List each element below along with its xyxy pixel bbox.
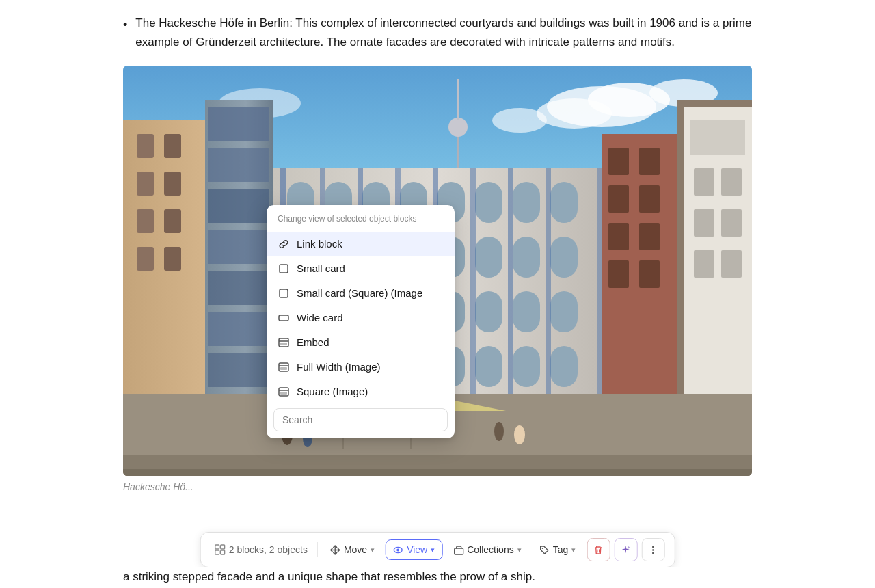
svg-rect-20 <box>208 107 269 141</box>
view-dropdown-menu: Change view of selected object blocks Li… <box>267 205 455 438</box>
svg-point-95 <box>494 422 504 441</box>
embed-icon <box>278 336 290 349</box>
svg-rect-111 <box>215 545 219 549</box>
move-button[interactable]: Move ▾ <box>323 540 381 559</box>
blocks-icon <box>215 544 226 555</box>
full-width-icon <box>278 361 290 373</box>
more-button[interactable] <box>641 538 664 561</box>
svg-rect-24 <box>208 271 269 305</box>
square-icon <box>278 263 290 275</box>
toolbar-divider-1 <box>317 542 318 557</box>
delete-button[interactable] <box>587 538 610 561</box>
svg-rect-86 <box>694 250 714 278</box>
svg-point-120 <box>652 549 654 550</box>
svg-rect-9 <box>457 79 459 120</box>
svg-rect-23 <box>208 230 269 264</box>
svg-rect-36 <box>550 182 578 223</box>
svg-rect-73 <box>639 148 660 175</box>
dropdown-item-square-image[interactable]: Square (Image) <box>267 379 455 404</box>
svg-rect-87 <box>721 250 742 278</box>
dropdown-item-label: Wide card <box>297 312 343 323</box>
dropdown-item-link-block[interactable]: Link block <box>267 232 455 256</box>
tag-chevron: ▾ <box>571 546 576 554</box>
svg-rect-101 <box>279 315 288 321</box>
selection-toolbar: 2 blocks, 2 objects Move ▾ View ▾ <box>200 532 675 567</box>
svg-rect-18 <box>164 247 181 271</box>
svg-rect-98 <box>123 469 752 476</box>
dropdown-item-label: Square (Image) <box>297 386 368 397</box>
svg-rect-58 <box>475 346 502 387</box>
svg-rect-117 <box>454 548 463 554</box>
svg-rect-13 <box>137 172 154 196</box>
dropdown-item-full-width[interactable]: Full Width (Image) <box>267 355 455 379</box>
delete-icon <box>593 545 604 555</box>
svg-rect-50 <box>475 291 502 332</box>
wide-icon <box>278 312 290 324</box>
svg-rect-75 <box>639 185 660 213</box>
svg-rect-43 <box>513 237 540 278</box>
dropdown-item-small-card[interactable]: Small card <box>267 256 455 281</box>
svg-rect-99 <box>280 265 288 273</box>
collections-icon <box>453 545 463 555</box>
view-label: View <box>407 544 427 555</box>
svg-rect-42 <box>475 237 502 278</box>
svg-rect-112 <box>221 545 225 549</box>
dropdown-search-input[interactable] <box>273 408 448 431</box>
svg-rect-107 <box>280 367 287 370</box>
more-icon <box>648 545 658 555</box>
move-icon <box>330 545 340 555</box>
view-button[interactable]: View ▾ <box>386 539 442 560</box>
svg-rect-15 <box>137 209 154 233</box>
svg-rect-81 <box>690 120 745 155</box>
svg-point-118 <box>542 548 543 549</box>
move-label: Move <box>344 544 367 555</box>
tag-button[interactable]: Tag ▾ <box>533 540 583 559</box>
svg-rect-84 <box>694 209 714 237</box>
svg-rect-16 <box>164 209 181 233</box>
collections-button[interactable]: Collections ▾ <box>446 540 528 559</box>
svg-rect-77 <box>639 223 660 250</box>
ai-icon <box>621 545 631 555</box>
svg-rect-78 <box>608 260 629 288</box>
tag-label: Tag <box>553 544 569 555</box>
svg-rect-21 <box>208 148 269 182</box>
svg-rect-85 <box>721 209 742 237</box>
svg-rect-14 <box>164 172 181 196</box>
ai-button[interactable] <box>614 538 637 561</box>
svg-rect-100 <box>280 289 288 297</box>
svg-rect-59 <box>513 346 540 387</box>
svg-rect-79 <box>639 260 660 288</box>
collections-label: Collections <box>467 544 513 555</box>
text-block: • The Hackesche Höfe in Berlin: This com… <box>123 14 752 52</box>
dropdown-item-label: Embed <box>297 336 329 348</box>
dropdown-item-label: Small card (Square) (Image <box>297 287 422 299</box>
svg-point-116 <box>397 548 400 551</box>
svg-rect-72 <box>608 148 629 175</box>
square-icon-2 <box>278 287 290 299</box>
dropdown-item-embed[interactable]: Embed <box>267 330 455 355</box>
dropdown-item-label: Link block <box>297 238 342 250</box>
svg-rect-52 <box>550 291 578 332</box>
svg-rect-104 <box>280 343 287 345</box>
svg-rect-110 <box>280 392 287 395</box>
dropdown-header: Change view of selected object blocks <box>267 211 455 232</box>
view-icon <box>393 545 403 555</box>
dropdown-item-small-card-square[interactable]: Small card (Square) (Image <box>267 281 455 306</box>
svg-rect-114 <box>221 550 225 554</box>
svg-point-5 <box>492 108 547 133</box>
blocks-count-label: 2 blocks, 2 objects <box>211 544 312 555</box>
dropdown-item-wide-card[interactable]: Wide card <box>267 306 455 330</box>
svg-point-8 <box>448 118 468 137</box>
tag-icon <box>539 545 550 555</box>
dropdown-item-label: Small card <box>297 263 345 274</box>
svg-rect-51 <box>513 291 540 332</box>
svg-rect-83 <box>721 168 742 196</box>
svg-rect-44 <box>550 237 578 278</box>
dropdown-item-label: Full Width (Image) <box>297 361 381 373</box>
svg-rect-113 <box>215 550 219 554</box>
svg-rect-82 <box>694 168 714 196</box>
svg-rect-76 <box>608 223 629 250</box>
svg-rect-60 <box>550 346 578 387</box>
svg-rect-26 <box>208 353 269 387</box>
collections-chevron: ▾ <box>517 546 522 554</box>
